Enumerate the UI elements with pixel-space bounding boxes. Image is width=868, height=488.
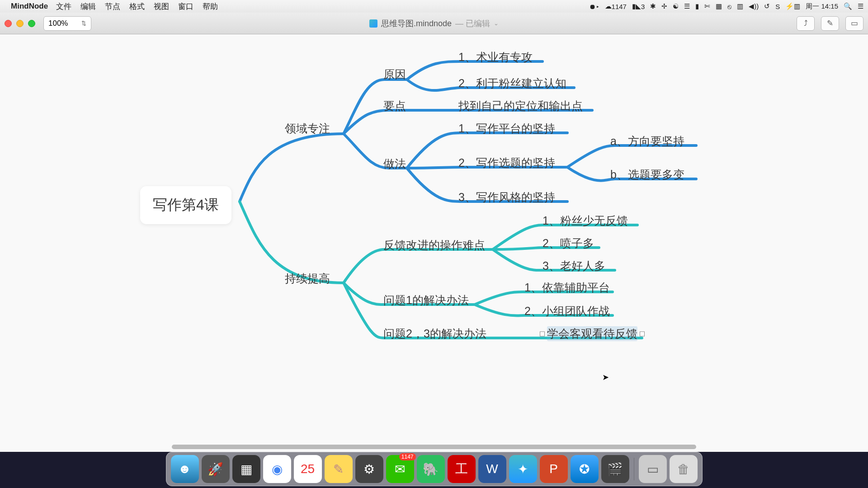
- brush-icon: ✎: [827, 19, 833, 28]
- inspector-button[interactable]: ▭: [845, 16, 863, 31]
- dock-trash[interactable]: 🗑: [670, 455, 698, 483]
- share-icon: ⤴: [804, 19, 808, 28]
- menubar-status: ⏺▸ ☁1147 ▮◣ 3 ✱ ✢ ☯ ☰ ▮ ✄ ▦ ⎋ ▥ ◀)) ↺ S …: [589, 2, 863, 11]
- leaf-reason-1[interactable]: 1、术业有专攻: [458, 50, 533, 65]
- horizontal-scrollbar[interactable]: [172, 445, 696, 449]
- dock-word[interactable]: W: [478, 455, 506, 483]
- node-domain-focus[interactable]: 领域专注: [285, 121, 330, 136]
- dock-wechat[interactable]: ✉1147: [386, 455, 414, 483]
- dock-settings[interactable]: ⚙: [355, 455, 383, 483]
- dock-screenflow[interactable]: ▭: [639, 455, 667, 483]
- node-feedback-difficulty[interactable]: 反馈改进的操作难点: [383, 238, 485, 253]
- spotlight-icon[interactable]: 🔍: [844, 2, 852, 10]
- menu-icon[interactable]: ☰: [858, 2, 863, 10]
- wechat-status-icon[interactable]: ☁1147: [605, 2, 627, 10]
- dock-notes[interactable]: ✎: [325, 455, 353, 483]
- edited-label: — 已编辑: [455, 18, 490, 29]
- battery-icon[interactable]: ▥: [737, 2, 743, 10]
- dock-finder[interactable]: ☻: [171, 455, 199, 483]
- dock-imovie[interactable]: 🎬: [601, 455, 629, 483]
- mouse-cursor-icon: ➤: [602, 372, 609, 382]
- format-button[interactable]: ✎: [821, 16, 839, 31]
- bookmark-icon[interactable]: ▮: [695, 2, 699, 10]
- dock-mindnode[interactable]: ✦: [509, 455, 537, 483]
- leaf-keypoint[interactable]: 找到自己的定位和输出点: [458, 99, 583, 113]
- dock-evernote[interactable]: 🐘: [417, 455, 445, 483]
- chevron-down-icon: ⌄: [494, 20, 499, 27]
- sogou-icon[interactable]: S: [775, 3, 780, 10]
- asterisk-icon[interactable]: ✱: [650, 2, 656, 10]
- dock-icbc[interactable]: 工: [448, 455, 476, 483]
- charge-icon[interactable]: ⚡▥: [785, 2, 800, 10]
- dock-separator: [634, 458, 634, 480]
- dock-calendar[interactable]: 25: [294, 455, 322, 483]
- leaf-sol1-2[interactable]: 2、小组团队作战: [524, 304, 610, 319]
- app-name[interactable]: MindNode: [11, 2, 48, 11]
- macos-dock: ☻ 🚀 ▦ ◉ 25 ✎ ⚙ ✉1147 🐘 工 W ✦ P ✪ 🎬 ▭ 🗑: [166, 452, 703, 486]
- window-toolbar: 100% ⇅ 思维导图.mindnode — 已编辑 ⌄ ⤴ ✎ ▭: [0, 13, 868, 34]
- macos-dock-wrap: ☻ 🚀 ▦ ◉ 25 ✎ ⚙ ✉1147 🐘 工 W ✦ P ✪ 🎬 ▭ 🗑: [0, 452, 868, 488]
- menu-node[interactable]: 节点: [105, 1, 120, 12]
- mindmap-canvas[interactable]: 写作第4课 领域专注 原因 1、术业有专攻 2、利于粉丝建立认知 要点 找到自己…: [0, 34, 868, 452]
- globe-icon[interactable]: ☯: [673, 2, 679, 10]
- adobe-icon[interactable]: ▮◣ 3: [632, 2, 645, 10]
- leaf-method-1[interactable]: 1、写作平台的坚持: [458, 121, 555, 136]
- volume-icon[interactable]: ◀)): [749, 2, 759, 10]
- mindnode-doc-icon: [369, 19, 377, 28]
- dock-chrome[interactable]: ◉: [263, 455, 291, 483]
- leaf-diff-1[interactable]: 1、粉丝少无反馈: [542, 213, 628, 228]
- macos-menubar: MindNode 文件 编辑 节点 格式 视图 窗口 帮助 ⏺▸ ☁1147 ▮…: [0, 0, 868, 13]
- share-button[interactable]: ⤴: [797, 16, 815, 31]
- root-node[interactable]: 写作第4课: [140, 186, 231, 224]
- menu-file[interactable]: 文件: [56, 1, 71, 12]
- minimize-button[interactable]: [16, 20, 24, 27]
- leaf-diff-2[interactable]: 2、喷子多: [542, 236, 594, 251]
- screenrec-icon[interactable]: ⏺▸: [589, 3, 599, 10]
- bluetooth-icon[interactable]: ⎋: [727, 3, 731, 10]
- menu-window[interactable]: 窗口: [178, 1, 193, 12]
- leaf-method-2a[interactable]: a、方向要坚持: [610, 134, 684, 149]
- dock-launchpad[interactable]: 🚀: [202, 455, 230, 483]
- node-reason[interactable]: 原因: [383, 67, 406, 82]
- node-keypoint[interactable]: 要点: [383, 99, 406, 113]
- menu-edit[interactable]: 编辑: [80, 1, 96, 12]
- node-method[interactable]: 做法: [383, 156, 406, 171]
- leaf-sol1-1[interactable]: 1、依靠辅助平台: [524, 280, 610, 295]
- clock[interactable]: 周一 14:15: [806, 2, 838, 11]
- window-title[interactable]: 思维导图.mindnode — 已编辑 ⌄: [369, 18, 499, 29]
- grid-icon[interactable]: ▦: [716, 2, 722, 10]
- zoom-value: 100%: [48, 19, 68, 28]
- menu-view[interactable]: 视图: [154, 1, 169, 12]
- chevron-updown-icon: ⇅: [81, 20, 86, 27]
- leaf-method-2b[interactable]: b、选题要多变: [610, 167, 684, 182]
- scissors-icon[interactable]: ✄: [704, 2, 710, 10]
- evernote-icon[interactable]: ☰: [684, 2, 690, 10]
- close-button[interactable]: [5, 20, 12, 27]
- menu-format[interactable]: 格式: [129, 1, 145, 12]
- node-solution-23[interactable]: 问题2，3的解决办法: [383, 326, 486, 341]
- menu-help[interactable]: 帮助: [203, 1, 218, 12]
- node-solution-1[interactable]: 问题1的解决办法: [383, 293, 469, 308]
- fullscreen-button[interactable]: [28, 20, 35, 27]
- document-name: 思维导图.mindnode: [381, 18, 452, 29]
- sync-icon[interactable]: ↺: [764, 2, 770, 10]
- leaf-reason-2[interactable]: 2、利于粉丝建立认知: [458, 76, 566, 91]
- fan-icon[interactable]: ✢: [661, 2, 667, 10]
- node-continuous-improve[interactable]: 持续提高: [285, 271, 330, 286]
- leaf-diff-3[interactable]: 3、老好人多: [542, 258, 605, 273]
- leaf-sol23-selected[interactable]: 学会客观看待反馈: [547, 326, 637, 341]
- leaf-method-2[interactable]: 2、写作选题的坚持: [458, 155, 555, 170]
- panel-icon: ▭: [851, 19, 858, 28]
- wechat-badge: 1147: [399, 453, 416, 460]
- dock-safari[interactable]: ✪: [571, 455, 599, 483]
- dock-powerpoint[interactable]: P: [540, 455, 568, 483]
- window-traffic-lights: [5, 20, 35, 27]
- zoom-selector[interactable]: 100% ⇅: [43, 16, 91, 31]
- dock-missioncontrol[interactable]: ▦: [232, 455, 260, 483]
- leaf-method-3[interactable]: 3、写作风格的坚持: [458, 190, 555, 205]
